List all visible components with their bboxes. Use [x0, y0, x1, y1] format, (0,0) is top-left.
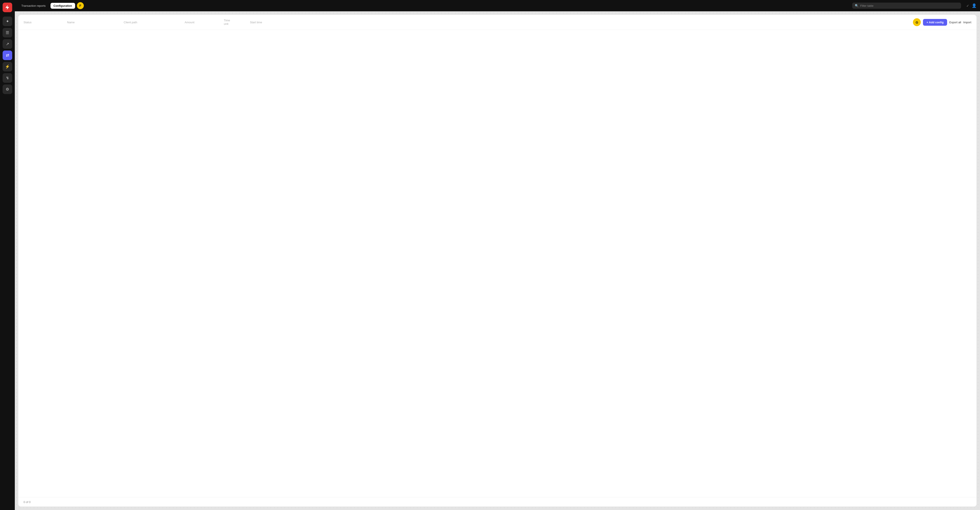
transfer-icon: ⇄: [6, 53, 9, 58]
settings-icon: ⚙: [6, 87, 9, 92]
table-footer: 0 of 0: [18, 497, 977, 507]
add-config-button[interactable]: + Add config: [923, 19, 947, 26]
user-icon[interactable]: 👤: [972, 3, 977, 8]
table-actions: G + Add config Export all Import: [913, 18, 971, 26]
sidebar-item-list[interactable]: ☰: [3, 28, 12, 37]
checkmark-icon: ✓: [966, 4, 969, 8]
table-body: [18, 30, 977, 497]
move-icon: ✦: [6, 19, 9, 24]
bolt-icon: ⚡: [5, 64, 10, 69]
sidebar-item-move[interactable]: ✦: [3, 16, 12, 26]
col-header-amount: Amount: [185, 21, 224, 24]
app-logo[interactable]: [3, 3, 12, 12]
sidebar-item-settings[interactable]: ⚙: [3, 84, 12, 94]
f-badge[interactable]: F: [77, 2, 84, 9]
top-nav: Transaction reports Configuration F 🔍 ✓ …: [15, 0, 980, 11]
col-header-status: Status: [24, 21, 67, 24]
col-header-name: Name: [67, 21, 124, 24]
tab-configuration[interactable]: Configuration: [51, 3, 75, 9]
col-header-start-time: Start time: [250, 21, 913, 24]
search-icon: 🔍: [855, 4, 859, 7]
table-header: Status Name Client path Amount Time unit…: [18, 15, 977, 30]
sidebar-item-transfer[interactable]: ⇄: [3, 51, 12, 60]
sidebar-item-bolt[interactable]: ⚡: [3, 62, 12, 72]
col-header-client-path: Client path: [124, 21, 185, 24]
sidebar: ✦ ☰ ↗ ⇄ ⚡ ↯ ⚙: [0, 0, 15, 510]
list-icon: ☰: [6, 30, 9, 35]
tab-transaction-reports[interactable]: Transaction reports: [18, 3, 49, 9]
pulse-icon: ↯: [6, 76, 9, 80]
sidebar-item-chart[interactable]: ↗: [3, 39, 12, 49]
table-container: Status Name Client path Amount Time unit…: [18, 15, 977, 507]
g-badge[interactable]: G: [913, 18, 921, 26]
search-bar: 🔍: [852, 3, 961, 9]
topnav-right: ✓ 👤: [966, 3, 977, 8]
chart-icon: ↗: [6, 41, 9, 46]
main-content: Transaction reports Configuration F 🔍 ✓ …: [15, 0, 980, 510]
content-area: Status Name Client path Amount Time unit…: [15, 11, 980, 510]
sidebar-item-pulse[interactable]: ↯: [3, 73, 12, 83]
logo-icon: [4, 4, 10, 10]
export-all-button[interactable]: Export all: [949, 21, 961, 24]
col-header-time-unit: Time unit: [224, 19, 250, 26]
import-button[interactable]: Import: [963, 21, 971, 24]
search-input[interactable]: [860, 4, 958, 7]
pagination-text: 0 of 0: [24, 500, 31, 504]
